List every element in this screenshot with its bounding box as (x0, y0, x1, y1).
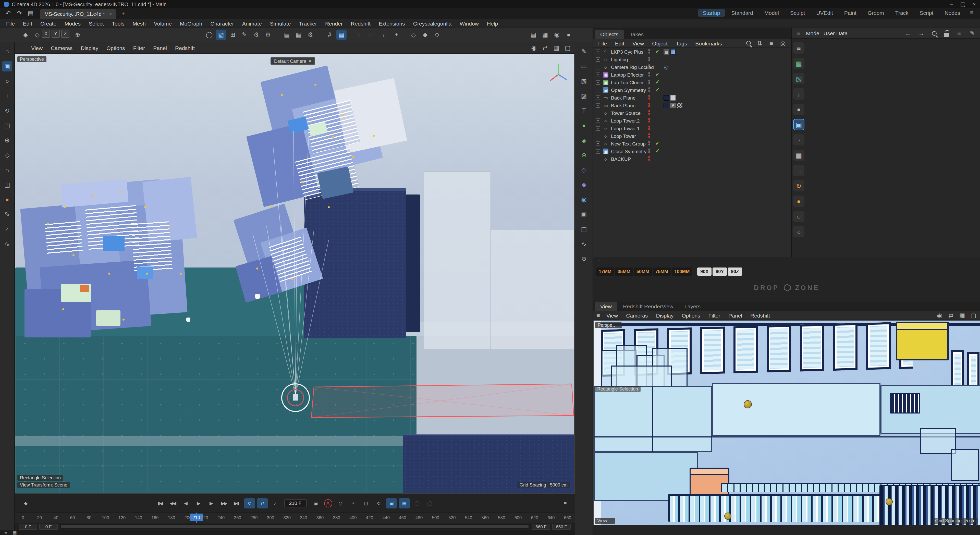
options-button[interactable]: ◯ (424, 498, 435, 508)
zoom-tool-icon[interactable]: ◌ (2, 46, 12, 57)
lasso-tool-icon[interactable]: ○ (2, 76, 12, 86)
grid-toggle-icon[interactable]: ▦ (551, 43, 562, 53)
checker-tag-icon[interactable] (677, 103, 682, 108)
field-icon[interactable]: ◉ (579, 194, 589, 205)
enabled-check-icon[interactable]: ✓ (655, 48, 660, 54)
focal-preset-35mm[interactable]: 35MM (615, 268, 633, 275)
magnet-tool-icon[interactable]: ∩ (2, 165, 12, 175)
visibility-dots[interactable] (648, 156, 650, 161)
extrude-icon[interactable]: ▨ (579, 91, 589, 101)
grid-toggle-icon[interactable]: ▦ (957, 310, 967, 320)
object-row[interactable]: +▣Laptop Effector✓ (593, 71, 791, 79)
menu-edit[interactable]: Edit (19, 19, 36, 27)
focal-preset-75mm[interactable]: 75MM (653, 268, 671, 275)
tool-settings-icon[interactable]: ⚙ (251, 30, 261, 40)
slate-icon[interactable]: ▤ (528, 30, 538, 40)
filter-icon[interactable]: ≡ (766, 38, 776, 48)
target-tag-icon[interactable]: ◎ (663, 64, 669, 70)
rotate-preset-90x[interactable]: 90X (697, 268, 711, 275)
tab-objects[interactable]: Objects (595, 30, 624, 39)
next-key-button[interactable]: ▶▶ (218, 498, 229, 508)
menu-file[interactable]: File (2, 19, 19, 27)
drop-zone[interactable]: DROP ZONE (593, 284, 980, 291)
new-tab-button[interactable]: + (119, 9, 128, 18)
visibility-dots[interactable] (648, 95, 650, 100)
save-icon[interactable]: ▤ (25, 8, 36, 18)
expander-icon[interactable]: + (596, 149, 600, 154)
paint-tool-icon[interactable]: ● (2, 194, 12, 205)
focal-preset-17mm[interactable]: 17MM (596, 268, 614, 275)
workplane-mode-x-icon[interactable]: ◇ (408, 30, 418, 40)
object-menu-object[interactable]: Object (648, 39, 672, 47)
undo-icon[interactable]: ↶ (3, 8, 13, 18)
menu-select[interactable]: Select (85, 19, 108, 27)
rotate-tool-icon[interactable]: ↻ (2, 106, 12, 116)
swap-view-icon[interactable]: ⇄ (540, 43, 550, 53)
axis-mode-icon[interactable]: ◆ (21, 30, 30, 40)
layout-tab-track[interactable]: Track (891, 9, 913, 17)
secondary-viewport-menu-panel[interactable]: Panel (724, 311, 746, 319)
visibility-dots[interactable] (648, 110, 650, 115)
path-icon[interactable]: ◎ (778, 38, 788, 48)
render-view-icon[interactable]: ▤ (282, 30, 292, 40)
viewport-menu-view[interactable]: View (27, 44, 47, 52)
menu-animate[interactable]: Animate (238, 19, 266, 27)
physical-sky-icon[interactable]: ∿ (579, 239, 589, 249)
next-frame-button[interactable]: ▶ (205, 498, 217, 508)
coordinates-tool-icon[interactable]: ⊕ (2, 135, 12, 145)
enabled-check-icon[interactable]: ✓ (655, 72, 660, 77)
loop-button[interactable]: ↻ (244, 498, 255, 508)
viewport-hamburger-icon[interactable]: ≡ (17, 43, 27, 53)
maximize-view-icon[interactable]: ▢ (563, 43, 573, 53)
expander-icon[interactable]: + (596, 118, 600, 123)
prev-key-button[interactable]: ◀◀ (167, 498, 178, 508)
gsg-key-icon[interactable]: ○ (793, 211, 804, 222)
add-cube-icon[interactable]: ⊞ (228, 30, 238, 40)
layout-grid-icon[interactable]: ▦ (540, 30, 550, 40)
visibility-dots[interactable] (648, 80, 650, 84)
expander-icon[interactable]: + (596, 142, 600, 146)
phong-tag-icon[interactable]: P (670, 103, 676, 108)
visibility-dots[interactable] (648, 72, 650, 76)
redo-icon[interactable]: ↷ (14, 8, 24, 18)
expander-icon[interactable]: + (596, 111, 600, 115)
sim-play-icon[interactable]: ◌ (353, 30, 363, 40)
menu-render[interactable]: Render (321, 19, 347, 27)
secondary-viewport-menu-display[interactable]: Display (652, 311, 678, 319)
range-start-field[interactable]: 0 F (19, 524, 37, 530)
keyframe-diamond-icon[interactable]: ◆ (20, 498, 31, 508)
timeline-ruler[interactable]: 210 020406080100120140160180200220240260… (15, 512, 575, 523)
goto-end-button[interactable]: ▶▮ (231, 498, 242, 508)
gsg-checker-icon[interactable]: ▦ (793, 150, 804, 161)
visibility-dots[interactable] (648, 133, 650, 138)
pin-icon[interactable]: ◉ (935, 310, 945, 320)
grid-snap-icon[interactable]: # (325, 30, 335, 40)
axis-space-icon[interactable]: ◇ (32, 30, 42, 40)
layout-tab-sculpt[interactable]: Sculpt (786, 9, 810, 17)
enabled-check-icon[interactable]: ✓ (655, 140, 660, 146)
user-data-menu[interactable]: User Data (824, 30, 848, 36)
expander-icon[interactable]: + (596, 80, 600, 85)
viewport-menu-cameras[interactable]: Cameras (47, 44, 76, 52)
search-icon[interactable] (929, 29, 939, 38)
expander-icon[interactable]: + (596, 126, 600, 131)
viewport-menu-panel[interactable]: Panel (149, 44, 171, 52)
maximize-view-icon[interactable]: ▢ (968, 310, 978, 320)
tab-takes[interactable]: Takes (625, 30, 649, 39)
tab-layers[interactable]: Layers (679, 302, 706, 311)
snap-tool-icon[interactable]: ◇ (2, 150, 12, 160)
focal-preset-50mm[interactable]: 50MM (634, 268, 652, 275)
expander-icon[interactable]: + (596, 65, 600, 69)
axis-lock-x[interactable]: X (42, 30, 50, 38)
menu-mograph[interactable]: MoGraph (176, 19, 207, 27)
menu-tools[interactable]: Tools (108, 19, 128, 27)
layout-tab-model[interactable]: Model (760, 9, 783, 17)
scale-tool-icon[interactable]: ◳ (2, 121, 12, 131)
menu-redshift[interactable]: Redshift (347, 19, 375, 27)
viewport-menu-redshift[interactable]: Redshift (171, 44, 199, 52)
capture-icon[interactable]: ◉ (552, 30, 562, 40)
gsg-sphere-icon[interactable]: ● (793, 103, 804, 115)
simulate-icon[interactable]: ⊛ (579, 150, 589, 160)
secondary-viewport-menu-view[interactable]: View (602, 311, 622, 319)
object-menu-view[interactable]: View (628, 39, 648, 47)
